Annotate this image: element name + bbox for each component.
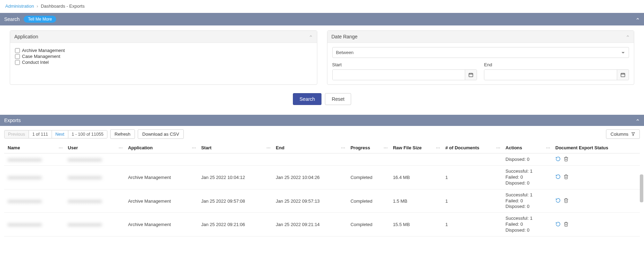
date-range-panel-header[interactable]: Date Range: [327, 31, 634, 43]
breadcrumb-sep: ›: [37, 3, 38, 9]
column-header[interactable]: Progress⋯: [347, 142, 389, 153]
cell-actions: Successful: 1Failed: 0Disposed: 0: [502, 213, 552, 237]
application-panel: Application Archive Management Case Mana…: [10, 30, 317, 85]
cell-progress: Completed: [347, 166, 389, 189]
cell-progress: Completed: [347, 189, 389, 213]
column-header[interactable]: Start⋯: [198, 142, 272, 153]
retry-icon: [555, 156, 561, 162]
application-panel-header[interactable]: Application: [10, 31, 317, 43]
breadcrumb-root[interactable]: Administration: [5, 3, 34, 9]
column-menu-icon[interactable]: ⋯: [192, 145, 196, 150]
start-date-label: Start: [332, 62, 477, 67]
cell-raw-size: 16.4 MB: [389, 166, 442, 189]
delete-button[interactable]: [563, 222, 569, 228]
calendar-icon: [620, 72, 626, 77]
column-menu-icon[interactable]: ⋯: [436, 145, 440, 150]
cell-start: Jan 25 2022 09:57:08: [198, 189, 272, 213]
cell-start: [198, 153, 272, 166]
svg-rect-1: [621, 73, 625, 77]
retry-button[interactable]: [555, 222, 561, 228]
start-date-picker-button[interactable]: [465, 70, 477, 80]
cell-actions: Disposed: 0: [502, 153, 552, 166]
column-menu-icon[interactable]: ⋯: [496, 145, 501, 150]
cell-user: xxxxxxxxxxxxxxx: [65, 166, 125, 189]
reset-button[interactable]: Reset: [325, 93, 351, 105]
cell-name: xxxxxxxxxxxxxxx: [4, 189, 65, 213]
exports-collapse-toggle[interactable]: [636, 118, 640, 123]
cell-name: xxxxxxxxxxxxxxx: [4, 213, 65, 237]
column-header[interactable]: User⋯: [65, 142, 125, 153]
exports-section-bar: Exports: [0, 115, 644, 126]
search-button[interactable]: Search: [293, 93, 321, 105]
column-menu-icon[interactable]: ⋯: [546, 145, 551, 150]
date-mode-select[interactable]: Between: [332, 47, 629, 58]
pager-previous: Previous: [5, 130, 29, 138]
cell-application: Archive Management: [124, 166, 198, 189]
delete-button[interactable]: [563, 198, 569, 204]
cell-application: [124, 153, 198, 166]
checkbox-input[interactable]: [15, 54, 20, 59]
column-header[interactable]: Actions⋯: [502, 142, 552, 153]
pager-next[interactable]: Next: [52, 130, 68, 138]
cell-application: Archive Management: [124, 213, 198, 237]
scrollbar-thumb[interactable]: [640, 174, 643, 202]
table-scrollbar[interactable]: [640, 155, 643, 241]
retry-button[interactable]: [555, 156, 561, 163]
checkbox-input[interactable]: [15, 48, 20, 53]
refresh-button[interactable]: Refresh: [110, 129, 135, 139]
application-checkbox-archive[interactable]: Archive Management: [15, 48, 312, 53]
cell-docs: [442, 153, 502, 166]
columns-button[interactable]: Columns: [606, 129, 640, 139]
column-header[interactable]: Application⋯: [124, 142, 198, 153]
column-header[interactable]: # of Documents⋯: [442, 142, 502, 153]
cell-name: xxxxxxxxxxxxxxx: [4, 166, 65, 189]
search-collapse-toggle[interactable]: [636, 16, 640, 22]
table-row: xxxxxxxxxxxxxxxxxxxxxxxxxxxxxxArchive Ma…: [4, 166, 640, 189]
svg-marker-2: [632, 133, 635, 136]
application-checkbox-conduct[interactable]: Conduct Intel: [15, 60, 312, 65]
retry-button[interactable]: [555, 174, 561, 180]
start-date-input[interactable]: [333, 70, 465, 80]
cell-docs: 1: [442, 189, 502, 213]
column-header[interactable]: Name⋯: [4, 142, 65, 153]
delete-button[interactable]: [563, 156, 569, 163]
columns-button-label: Columns: [611, 132, 628, 137]
pager: Previous 1 of 111 Next 1 - 100 of 11055: [4, 130, 107, 138]
cell-name: xxxxxxxxxxxxxxx: [4, 153, 65, 166]
application-panel-title: Application: [14, 34, 38, 39]
exports-section-title: Exports: [4, 118, 21, 123]
cell-end: [272, 153, 347, 166]
column-menu-icon[interactable]: ⋯: [341, 145, 346, 150]
end-date-input[interactable]: [484, 70, 617, 80]
cell-actions: Successful: 1Failed: 0Disposed: 0: [502, 189, 552, 213]
end-date-picker-button[interactable]: [617, 70, 629, 80]
date-range-panel: Date Range Between Start: [327, 30, 635, 85]
retry-button[interactable]: [555, 198, 561, 204]
cell-docs: 1: [442, 213, 502, 237]
application-checkbox-case[interactable]: Case Management: [15, 54, 312, 59]
tell-me-more-button[interactable]: Tell Me More: [24, 16, 56, 23]
column-menu-icon[interactable]: ⋯: [59, 145, 63, 150]
delete-button[interactable]: [563, 174, 569, 180]
svg-rect-0: [469, 73, 473, 77]
exports-table-wrap: Name⋯User⋯Application⋯Start⋯End⋯Progress…: [0, 142, 644, 241]
column-menu-icon[interactable]: ⋯: [384, 145, 388, 150]
table-row: xxxxxxxxxxxxxxxxxxxxxxxxxxxxxxArchive Ma…: [4, 189, 640, 213]
cell-export-status: [552, 166, 640, 189]
column-menu-icon[interactable]: ⋯: [266, 145, 271, 150]
column-header[interactable]: Document Export Status: [552, 142, 640, 153]
checkbox-input[interactable]: [15, 60, 20, 65]
cell-application: Archive Management: [124, 189, 198, 213]
checkbox-label: Conduct Intel: [22, 60, 49, 65]
download-csv-button[interactable]: Download as CSV: [138, 129, 184, 139]
search-body: Application Archive Management Case Mana…: [0, 25, 644, 113]
chevron-up-icon: [636, 17, 640, 21]
cell-start: Jan 25 2022 09:21:06: [198, 213, 272, 237]
trash-icon: [563, 198, 569, 203]
column-header[interactable]: Raw File Size⋯: [389, 142, 442, 153]
column-header[interactable]: End⋯: [272, 142, 347, 153]
column-menu-icon[interactable]: ⋯: [119, 145, 123, 150]
table-row: xxxxxxxxxxxxxxxxxxxxxxxxxxxxxxDisposed: …: [4, 153, 640, 166]
cell-raw-size: 1.5 MB: [389, 189, 442, 213]
pager-page-count: 1 of 111: [29, 130, 52, 138]
